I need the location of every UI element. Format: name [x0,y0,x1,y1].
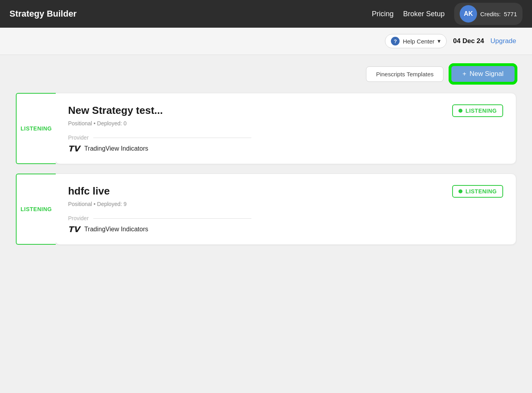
strategy-title: New Strategy test... [68,104,163,117]
tradingview-logo-icon: 𝗧𝗩 [68,145,79,153]
listening-status: LISTENING [466,188,497,195]
app-header: Strategy Builder Pricing Broker Setup AK… [0,0,532,28]
credits-value: 5771 [504,11,517,17]
help-center-label: Help Center [403,38,434,45]
help-icon: ? [391,37,400,45]
new-signal-label: New Signal [470,70,504,78]
provider-info: 𝗧𝗩 TradingView Indicators [68,145,503,153]
current-date: 04 Dec 24 [453,37,484,45]
header-right: Pricing Broker Setup AK Credits: 5771 [372,3,523,25]
new-signal-plus-icon: + [462,70,466,78]
strategy-list: LISTENING New Strategy test... LISTENING… [16,93,516,245]
upgrade-link[interactable]: Upgrade [490,37,516,45]
chevron-down-icon: ▾ [438,38,441,45]
listening-badge: LISTENING [452,185,503,198]
provider-info: 𝗧𝗩 TradingView Indicators [68,225,503,233]
listening-status: LISTENING [466,108,497,114]
pricing-nav[interactable]: Pricing [372,10,394,18]
credits-pill: AK Credits: 5771 [454,3,523,25]
provider-label: Provider [68,134,503,141]
listening-badge: LISTENING [452,104,503,117]
provider-label: Provider [68,215,503,221]
strategy-card-row[interactable]: LISTENING New Strategy test... LISTENING… [16,93,516,164]
listening-dot-icon [458,189,462,193]
provider-section: Provider 𝗧𝗩 TradingView Indicators [68,134,503,153]
app-title: Strategy Builder [9,9,77,19]
strategy-meta: Positional • Deployed: 9 [68,201,503,207]
provider-name: TradingView Indicators [84,226,148,233]
pinescripts-templates-button[interactable]: Pinescripts Templates [366,66,443,82]
provider-name: TradingView Indicators [84,145,148,152]
header-left: Strategy Builder [9,9,77,19]
strategy-title: hdfc live [68,185,109,197]
side-listening-badge: LISTENING [16,174,56,245]
card-header: New Strategy test... LISTENING [68,104,503,117]
toolbar: Pinescripts Templates + New Signal [16,64,516,83]
strategy-meta: Positional • Deployed: 0 [68,120,503,127]
broker-setup-nav[interactable]: Broker Setup [403,10,445,18]
side-listening-badge: LISTENING [16,93,56,164]
tradingview-logo-icon: 𝗧𝗩 [68,225,79,233]
help-center-button[interactable]: ? Help Center ▾ [385,34,447,48]
strategy-card[interactable]: New Strategy test... LISTENING Positiona… [55,93,516,164]
strategy-card[interactable]: hdfc live LISTENING Positional • Deploye… [55,174,516,245]
provider-section: Provider 𝗧𝗩 TradingView Indicators [68,215,503,233]
listening-dot-icon [458,109,462,113]
credits-label: Credits: [480,11,501,17]
new-signal-button[interactable]: + New Signal [450,64,516,83]
main-content: Pinescripts Templates + New Signal LISTE… [0,55,532,393]
avatar: AK [460,5,477,23]
strategy-card-row[interactable]: LISTENING hdfc live LISTENING Positional… [16,174,516,245]
card-header: hdfc live LISTENING [68,185,503,198]
subheader: ? Help Center ▾ 04 Dec 24 Upgrade [0,28,532,55]
